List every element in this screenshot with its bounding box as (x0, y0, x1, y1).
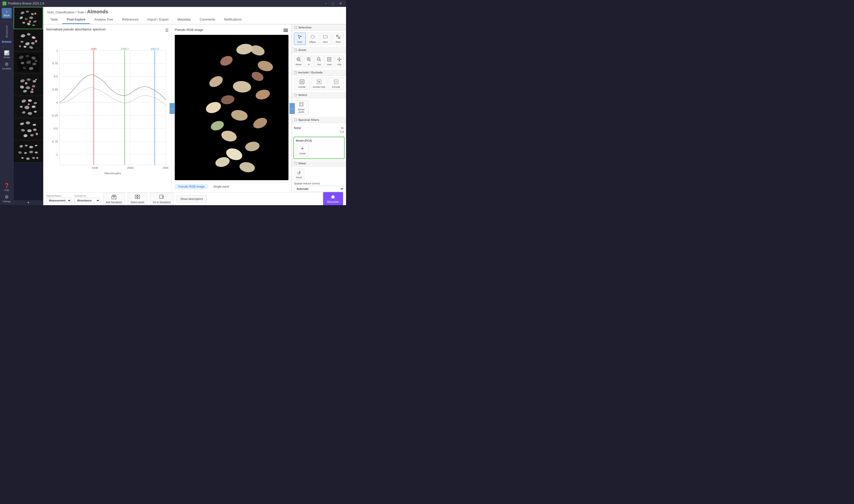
svg-text:1: 1 (56, 49, 58, 52)
sidebar-item-workflow[interactable]: ⚙ Workflow (0, 60, 13, 71)
svg-point-55 (34, 111, 37, 113)
select-pixels-button[interactable]: Select pixels (128, 193, 147, 205)
svg-rect-163 (113, 195, 115, 197)
tab-references[interactable]: References (117, 16, 143, 24)
go-to-sample-button[interactable]: Go to Sample(s) (150, 193, 174, 205)
thumb-svg-4 (18, 76, 39, 94)
show-descriptors-button[interactable]: Show descriptors (177, 196, 207, 202)
zoom-in-button[interactable]: In (304, 55, 313, 68)
recorder-button[interactable]: ⏺ Recorder (323, 192, 343, 205)
tab-import-export[interactable]: Import / Export (143, 16, 173, 24)
go-to-sample-icon (159, 194, 165, 200)
sidebar-item-model[interactable]: 📊 Model (0, 49, 13, 60)
spectral-filters-section: None ✏ Edit (292, 123, 346, 135)
other-reset-button[interactable]: ↺ Reset (294, 168, 304, 180)
spatial-reduce-select[interactable]: Automatic 2x2 4x4 8x8 (294, 186, 344, 192)
svg-rect-136 (339, 37, 340, 39)
svg-point-65 (30, 134, 34, 137)
svg-point-168 (137, 197, 138, 198)
image-title: Pseudo RGB image (175, 28, 203, 32)
svg-text:-0.25: -0.25 (51, 114, 58, 117)
svg-point-12 (29, 20, 31, 23)
svg-line-142 (309, 60, 311, 61)
zoom-area-button[interactable]: Area (325, 55, 334, 68)
tab-metadata[interactable]: Metadata (173, 16, 195, 24)
minimize-button[interactable]: − (324, 1, 328, 6)
tab-table[interactable]: Table (46, 16, 62, 24)
svg-text:-1: -1 (55, 153, 58, 157)
other-header: Other (292, 160, 346, 167)
include-button[interactable]: Include (294, 78, 310, 90)
thumbnail-4[interactable] (14, 74, 43, 96)
svg-text:-0.5: -0.5 (53, 127, 58, 130)
thumbnail-7[interactable] (14, 140, 43, 163)
image-layers-button[interactable] (283, 28, 288, 34)
chart-panel: Normalised pseudo absorbance spectrum ☰ (43, 24, 172, 192)
svg-text:0.75: 0.75 (52, 61, 58, 65)
chart-title-row: Normalised pseudo absorbance spectrum ☰ (46, 28, 168, 33)
help-icon: ❓ (4, 183, 10, 188)
sidebar-item-settings[interactable]: ⚙ Settings (0, 193, 13, 204)
chart-menu-button[interactable]: ☰ (165, 28, 168, 33)
tab-comments[interactable]: Comments (195, 16, 220, 24)
thumbnail-6[interactable] (14, 118, 43, 140)
svg-text:2107.4: 2107.4 (151, 48, 159, 50)
selection-free-button[interactable]: Free (294, 33, 306, 45)
model-create-button[interactable]: + Create (296, 144, 309, 157)
svg-point-37 (33, 80, 36, 83)
analyzer-label: Analyzer (5, 25, 8, 38)
svg-point-70 (29, 146, 33, 148)
breeze-label: breeze (2, 40, 11, 43)
zoom-reset-button[interactable]: Reset (294, 55, 303, 68)
back-button[interactable]: ‹ Back (2, 8, 12, 18)
selection-ellipse-button[interactable]: Ellipse (307, 33, 319, 45)
create-plus-icon: + (301, 145, 304, 152)
app-container: ‹ Back Analyzer breeze 📊 Model ⚙ Workflo… (0, 7, 346, 205)
exclude-button[interactable]: Exclude (328, 78, 344, 90)
thumbnail-2[interactable] (14, 29, 43, 51)
chart-collapse-button[interactable]: › (169, 103, 175, 114)
tab-notifications[interactable]: Notifications (220, 16, 246, 24)
svg-rect-158 (299, 102, 303, 106)
breadcrumb-train: Train (77, 11, 84, 14)
zoom-out-icon (316, 57, 321, 63)
convert-to-label: Convert to (74, 195, 100, 197)
thumb-img-6 (18, 120, 39, 138)
svg-line-138 (299, 60, 301, 61)
image-tab-pseudo-rgb[interactable]: Pseudo RGB image (175, 184, 208, 190)
zoom-out-button[interactable]: Out (314, 55, 324, 68)
include-only-button[interactable]: Include Only (311, 78, 327, 90)
svg-point-2 (26, 11, 29, 13)
svg-point-49 (34, 102, 37, 104)
thumbnail-1[interactable] (14, 7, 43, 29)
border-pixels-button[interactable]: Border pixels (294, 100, 309, 115)
thumbnail-5[interactable] (14, 96, 43, 118)
thumbnail-scroll-down[interactable]: ▼ (14, 200, 43, 205)
sidebar-item-help[interactable]: ❓ Help (0, 181, 13, 193)
spectral-filter-edit-button[interactable]: ✏ (341, 126, 344, 130)
edit-label: Edit (294, 130, 344, 133)
svg-point-8 (22, 22, 25, 24)
segmentation-select[interactable]: Measurement Manual Auto (46, 198, 71, 203)
select-section: Border pixels (292, 98, 346, 117)
svg-rect-135 (337, 35, 338, 37)
tab-pixel-explore[interactable]: Pixel Explore (62, 16, 90, 24)
title-bar-controls: − □ ✕ (324, 1, 344, 6)
svg-text:-0.75: -0.75 (51, 140, 58, 143)
thumbnail-3[interactable] (14, 51, 43, 74)
svg-text:1500: 1500 (92, 166, 98, 169)
close-button[interactable]: ✕ (338, 1, 344, 6)
selection-rect-button[interactable]: Rect (320, 33, 331, 45)
svg-point-30 (32, 63, 36, 65)
svg-rect-80 (59, 51, 166, 165)
image-tab-single-band[interactable]: Single band (210, 184, 232, 190)
zoom-pan-button[interactable]: Pan (335, 55, 344, 68)
maximize-button[interactable]: □ (331, 1, 336, 6)
convert-to-select[interactable]: Absorbance Reflectance Transmittance (74, 198, 100, 203)
tab-analyse-tree[interactable]: Analyse Tree (90, 16, 117, 24)
selection-pixel-button[interactable]: Pixel (332, 33, 344, 45)
svg-point-62 (27, 129, 32, 132)
add-samples-button[interactable]: Add Sample(s) (103, 193, 125, 205)
image-expand-button[interactable]: › (289, 103, 295, 114)
svg-point-39 (26, 86, 30, 89)
